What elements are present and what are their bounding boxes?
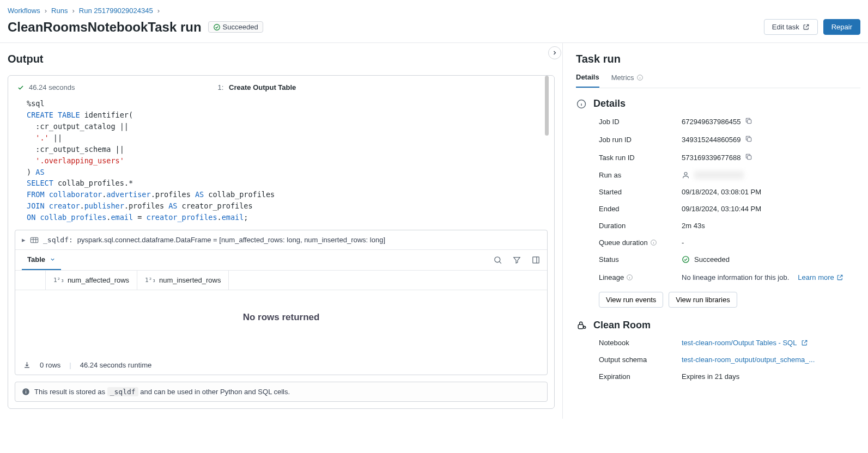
copy-icon	[745, 117, 752, 125]
schema-desc: pyspark.sql.connect.dataframe.DataFrame …	[77, 236, 385, 244]
download-button[interactable]	[23, 361, 31, 369]
svg-rect-16	[578, 325, 583, 329]
copy-icon	[745, 153, 752, 161]
external-link-icon	[801, 339, 808, 346]
runtime-text: 46.24 seconds runtime	[80, 361, 152, 369]
value-expiration: Expires in 21 days	[682, 372, 860, 381]
value-output-schema[interactable]: test-clean-room_output/output_schema_...	[682, 356, 860, 364]
copy-icon	[745, 135, 752, 143]
collapse-sidebar-button[interactable]	[548, 46, 561, 59]
svg-rect-3	[533, 257, 539, 263]
cleanroom-grid: Notebook test-clean-room/Output Tables -…	[576, 339, 860, 381]
value-ended: 09/18/2024, 03:10:44 PM	[682, 205, 860, 213]
breadcrumb: Workflows › Runs › Run 251799029024345 ›	[0, 0, 868, 17]
tab-metrics[interactable]: Metrics	[611, 73, 644, 88]
svg-rect-1	[31, 237, 38, 242]
svg-point-2	[495, 257, 500, 262]
code-block: %sql CREATE TABLE identifier( :cr_output…	[8, 96, 554, 230]
label-expiration: Expiration	[599, 372, 675, 381]
label-lineage: Lineage	[599, 273, 675, 281]
result-columns: 1²₃ num_affected_rows 1²₃ num_inserted_r…	[15, 271, 547, 290]
value-lineage: No lineage information for this job. Lea…	[682, 272, 860, 283]
value-run-as: redacted	[682, 171, 860, 179]
view-run-libraries-button[interactable]: View run libraries	[669, 292, 737, 308]
search-icon	[493, 255, 502, 265]
details-grid: Job ID 672949637986455 Job run ID 349315…	[576, 117, 860, 308]
notebook-cell: 46.24 seconds 1: Create Output Table %sq…	[8, 75, 555, 409]
learn-more-link[interactable]: Learn more	[798, 272, 843, 283]
svg-rect-9	[748, 120, 751, 124]
svg-point-12	[684, 173, 687, 175]
status-badge: Succeeded	[208, 21, 263, 33]
copy-button[interactable]	[745, 153, 752, 162]
table-icon	[30, 236, 39, 244]
number-type-icon: 1²₃	[145, 277, 156, 284]
svg-rect-5	[26, 391, 26, 393]
check-circle-icon	[213, 23, 221, 31]
chevron-right-icon	[551, 50, 558, 56]
column-header[interactable]: 1²₃ num_affected_rows	[46, 271, 137, 290]
svg-rect-11	[748, 156, 751, 160]
row-count: 0 rows	[40, 361, 60, 369]
info-banner: This result is stored as _sqldf and can …	[15, 382, 548, 402]
copy-button[interactable]	[745, 117, 752, 126]
search-button[interactable]	[493, 255, 502, 265]
crumb-sep: ›	[157, 7, 160, 15]
tab-details[interactable]: Details	[576, 73, 599, 88]
info-outline-icon	[650, 239, 657, 246]
edit-task-button[interactable]: Edit task	[764, 19, 818, 35]
value-queue-duration: -	[682, 238, 860, 247]
column-header[interactable]: 1²₃ num_inserted_rows	[137, 271, 229, 290]
copy-button[interactable]	[745, 135, 752, 144]
label-queue-duration: Queue duration	[599, 238, 675, 247]
label-notebook: Notebook	[599, 339, 675, 347]
scrollbar-thumb[interactable]	[545, 76, 549, 136]
svg-rect-10	[748, 138, 751, 142]
value-notebook[interactable]: test-clean-room/Output Tables - SQL	[682, 339, 860, 347]
info-icon	[22, 388, 30, 396]
result-schema-row[interactable]: ▸ _sqldf: pyspark.sql.connect.dataframe.…	[15, 230, 547, 250]
crumb-sep: ›	[45, 7, 47, 15]
info-outline-icon	[576, 99, 587, 109]
value-job-id: 672949637986455	[682, 117, 860, 126]
value-duration: 2m 43s	[682, 222, 860, 230]
filter-button[interactable]	[512, 255, 521, 265]
cleanroom-heading: Clean Room	[593, 320, 651, 331]
value-status: Succeeded	[682, 255, 860, 264]
value-job-run-id: 349315244860569	[682, 135, 860, 144]
user-icon	[682, 171, 690, 179]
crumb-sep: ›	[72, 7, 74, 15]
crumb-workflows[interactable]: Workflows	[8, 7, 40, 15]
crumb-run-id[interactable]: Run 251799029024345	[79, 7, 153, 15]
info-outline-icon	[636, 74, 644, 81]
info-outline-icon	[626, 274, 633, 281]
svg-point-17	[584, 326, 586, 328]
external-link-icon	[803, 23, 810, 30]
task-run-sidebar: Task run Details Metrics Details Job ID …	[563, 43, 868, 419]
page-header: CleanRoomsNotebookTask run Succeeded Edi…	[0, 17, 868, 43]
label-job-id: Job ID	[599, 118, 675, 126]
number-type-icon: 1²₃	[53, 277, 64, 284]
result-box: ▸ _sqldf: pyspark.sql.connect.dataframe.…	[15, 230, 548, 375]
check-circle-icon	[682, 255, 690, 264]
chevron-down-icon	[50, 256, 56, 262]
label-task-run-id: Task run ID	[599, 154, 675, 162]
page-title: CleanRoomsNotebookTask run	[8, 20, 202, 35]
value-task-run-id: 573169339677688	[682, 153, 860, 162]
result-footer: 0 rows | 46.24 seconds runtime	[15, 356, 547, 375]
lock-share-icon	[576, 320, 587, 330]
table-tab[interactable]: Table	[22, 250, 61, 270]
crumb-runs[interactable]: Runs	[51, 7, 68, 15]
view-run-events-button[interactable]: View run events	[599, 292, 663, 308]
details-heading: Details	[593, 98, 626, 109]
external-link-icon	[836, 274, 843, 281]
label-status: Status	[599, 255, 675, 264]
label-started: Started	[599, 188, 675, 196]
label-run-as: Run as	[599, 171, 675, 179]
label-job-run-id: Job run ID	[599, 136, 675, 144]
panel-button[interactable]	[531, 255, 541, 265]
caret-right-icon: ▸	[22, 236, 26, 244]
label-output-schema: Output schema	[599, 356, 675, 364]
cell-number: 1:	[218, 83, 224, 91]
repair-button[interactable]: Repair	[823, 19, 860, 35]
